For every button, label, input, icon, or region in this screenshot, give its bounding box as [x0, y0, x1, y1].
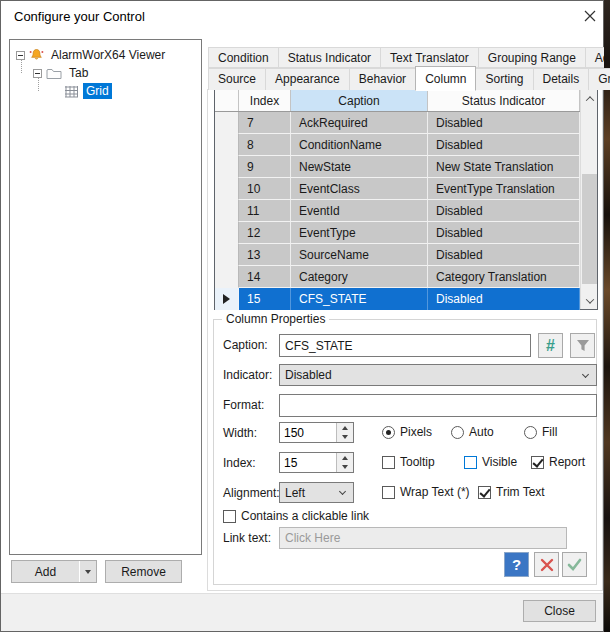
cell-status[interactable]: Disabled — [428, 200, 580, 222]
tree-label-tab[interactable]: Tab — [66, 65, 91, 81]
tree-label-viewer[interactable]: AlarmWorX64 Viewer — [48, 47, 168, 63]
row-selector-cell[interactable] — [215, 156, 239, 178]
row-selector-cell[interactable] — [215, 134, 239, 156]
help-button[interactable]: ? — [504, 552, 529, 577]
cell-index[interactable]: 15 — [239, 288, 291, 310]
checkbox-visible[interactable]: Visible — [464, 455, 517, 469]
caption-input[interactable] — [279, 334, 531, 357]
add-button[interactable]: Add — [11, 560, 97, 583]
spin-down-icon[interactable] — [337, 463, 353, 473]
cell-status[interactable]: Disabled — [428, 134, 580, 156]
spin-up-icon[interactable] — [337, 453, 353, 463]
index-input[interactable] — [280, 453, 336, 472]
remove-button[interactable]: Remove — [105, 560, 182, 583]
cell-caption[interactable]: NewState — [291, 156, 428, 178]
cell-index[interactable]: 12 — [239, 222, 291, 244]
close-button[interactable]: Close — [523, 600, 596, 622]
cell-caption[interactable]: ConditionName — [291, 134, 428, 156]
cell-index[interactable]: 14 — [239, 266, 291, 288]
cancel-button[interactable] — [534, 552, 559, 577]
tree-label-grid[interactable]: Grid — [83, 83, 112, 99]
add-button-label[interactable]: Add — [12, 561, 79, 582]
apply-button[interactable] — [562, 552, 587, 577]
cell-status[interactable]: Disabled — [428, 222, 580, 244]
filter-button[interactable] — [570, 333, 595, 358]
grid-header-status-indicator[interactable]: Status Indicator — [428, 90, 580, 111]
tab-grouping-range[interactable]: Grouping Range — [478, 47, 586, 68]
tab-source[interactable]: Source — [208, 68, 266, 90]
table-row[interactable]: 14CategoryCategory Translation — [215, 266, 580, 288]
row-selector-cell[interactable] — [215, 244, 239, 266]
radio-fill[interactable]: Fill — [524, 425, 557, 439]
cell-index[interactable]: 7 — [239, 112, 291, 134]
collapse-icon[interactable] — [16, 51, 25, 60]
tab-column[interactable]: Column — [415, 66, 476, 91]
cell-index[interactable]: 13 — [239, 244, 291, 266]
scroll-up-icon[interactable] — [581, 90, 598, 107]
grid-header-index[interactable]: Index — [239, 90, 291, 111]
checkbox-trim-text[interactable]: Trim Text — [478, 485, 545, 499]
table-row[interactable]: 12EventTypeDisabled — [215, 222, 580, 244]
row-selector-cell[interactable] — [215, 266, 239, 288]
row-selector-cell[interactable] — [215, 112, 239, 134]
radio-auto[interactable]: Auto — [451, 425, 494, 439]
checkbox-wrap-text[interactable]: Wrap Text (*) — [382, 485, 470, 499]
format-input[interactable] — [279, 394, 597, 417]
row-selector-cell[interactable] — [215, 178, 239, 200]
alignment-select[interactable]: Left — [279, 482, 354, 503]
row-selector-cell[interactable] — [215, 222, 239, 244]
table-row[interactable]: 7AckRequiredDisabled — [215, 112, 580, 134]
cell-index[interactable]: 10 — [239, 178, 291, 200]
tree-item-tab[interactable]: Tab — [33, 64, 91, 82]
checkbox-report[interactable]: Report — [531, 455, 585, 469]
cell-status[interactable]: Disabled — [428, 244, 580, 266]
cell-status[interactable]: Disabled — [428, 112, 580, 134]
cell-caption[interactable]: Category — [291, 266, 428, 288]
grid-header-caption[interactable]: Caption — [291, 90, 428, 111]
tab-sorting[interactable]: Sorting — [475, 68, 533, 90]
tab-grouping[interactable]: Grouping — [588, 68, 610, 90]
tab-text-translator[interactable]: Text Translator — [380, 47, 479, 68]
tab-appearance[interactable]: Appearance — [265, 68, 350, 90]
cell-caption[interactable]: CFS_STATE — [291, 288, 428, 310]
cell-index[interactable]: 9 — [239, 156, 291, 178]
cell-index[interactable]: 11 — [239, 200, 291, 222]
hash-button[interactable]: # — [538, 333, 563, 358]
tab-details[interactable]: Details — [533, 68, 590, 90]
spin-up-icon[interactable] — [337, 423, 353, 433]
cell-caption[interactable]: AckRequired — [291, 112, 428, 134]
table-row[interactable]: 13SourceNameDisabled — [215, 244, 580, 266]
tree-item-viewer[interactable]: AlarmWorX64 Viewer — [16, 46, 168, 64]
cell-caption[interactable]: EventClass — [291, 178, 428, 200]
cell-status[interactable]: Disabled — [428, 288, 580, 310]
tab-status-indicator[interactable]: Status Indicator — [278, 47, 381, 68]
table-row[interactable]: 8ConditionNameDisabled — [215, 134, 580, 156]
tab-condition[interactable]: Condition — [208, 47, 279, 68]
cell-caption[interactable]: EventId — [291, 200, 428, 222]
spin-down-icon[interactable] — [337, 433, 353, 443]
row-selector-cell[interactable] — [215, 288, 239, 310]
scroll-down-icon[interactable] — [581, 292, 598, 309]
scrollbar-thumb[interactable] — [582, 174, 597, 284]
table-row[interactable]: 10EventClassEventType Translation — [215, 178, 580, 200]
clickable-link-checkbox[interactable]: Contains a clickable link — [223, 509, 369, 523]
add-dropdown-arrow-icon[interactable] — [79, 561, 96, 582]
cell-caption[interactable]: SourceName — [291, 244, 428, 266]
indicator-select[interactable]: Disabled — [279, 364, 597, 386]
table-row[interactable]: 9NewStateNew State Translation — [215, 156, 580, 178]
cell-index[interactable]: 8 — [239, 134, 291, 156]
table-row[interactable]: 15CFS_STATEDisabled — [215, 288, 580, 310]
checkbox-tooltip[interactable]: Tooltip — [382, 455, 435, 469]
row-selector-cell[interactable] — [215, 200, 239, 222]
window-close-icon[interactable] — [579, 5, 601, 27]
index-stepper[interactable] — [279, 452, 354, 473]
collapse-icon[interactable] — [33, 69, 42, 78]
radio-pixels[interactable]: Pixels — [382, 425, 432, 439]
cell-status[interactable]: New State Translation — [428, 156, 580, 178]
grid-scrollbar[interactable] — [580, 90, 597, 309]
table-row[interactable]: 11EventIdDisabled — [215, 200, 580, 222]
width-stepper[interactable] — [279, 422, 354, 443]
tab-behavior[interactable]: Behavior — [349, 68, 416, 90]
cell-caption[interactable]: EventType — [291, 222, 428, 244]
cell-status[interactable]: Category Translation — [428, 266, 580, 288]
